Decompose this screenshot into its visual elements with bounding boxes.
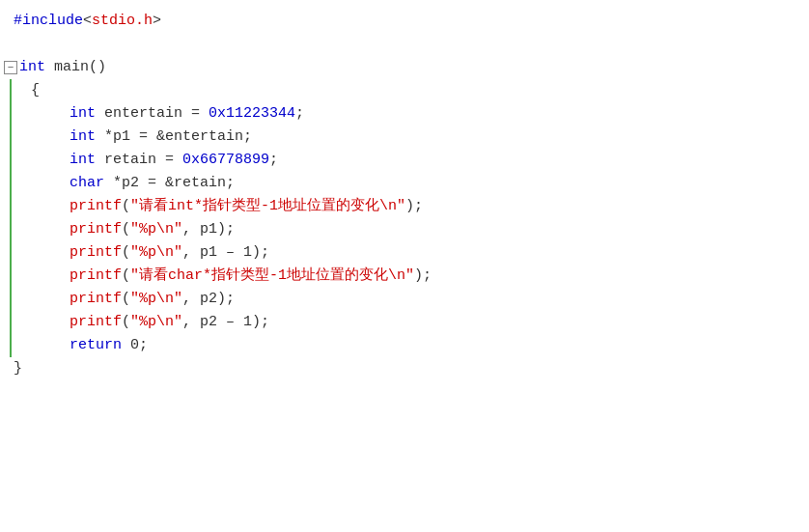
line-entertain: int entertain = 0x11223344 ; bbox=[10, 102, 809, 126]
line-printf-5: printf ( "%p\n" , p2); bbox=[10, 288, 809, 311]
str-4: "请看char*指针类型-1地址位置的变化\n" bbox=[130, 265, 414, 288]
str-2: "%p\n" bbox=[130, 218, 182, 241]
collapse-icon[interactable]: − bbox=[4, 61, 17, 74]
str-5: "%p\n" bbox=[130, 288, 182, 311]
fn-printf4: printf bbox=[70, 265, 122, 288]
line-open-brace: { bbox=[10, 79, 809, 102]
code-editor: #include<stdio.h> − int main() { int ent… bbox=[0, 0, 809, 532]
kw-int3: int bbox=[70, 149, 96, 172]
str-3: "%p\n" bbox=[130, 241, 182, 265]
str-6: "%p\n" bbox=[130, 311, 182, 334]
kw-char: char bbox=[70, 172, 104, 195]
line-p1: int *p1 = &entertain; bbox=[10, 126, 809, 149]
kw-return: return bbox=[70, 334, 122, 357]
fn-printf1: printf bbox=[70, 195, 122, 218]
hex-value2: 0x66778899 bbox=[182, 149, 269, 172]
fn-printf3: printf bbox=[70, 241, 122, 265]
open-brace: { bbox=[31, 79, 40, 102]
line-blank bbox=[0, 33, 809, 56]
line-main-decl: − int main() bbox=[0, 56, 809, 79]
fn-printf2: printf bbox=[70, 218, 122, 241]
line-include: #include<stdio.h> bbox=[0, 10, 809, 33]
kw-int: int bbox=[70, 102, 96, 126]
line-printf-2: printf ( "%p\n" , p1); bbox=[10, 218, 809, 241]
line-close-brace: } bbox=[0, 357, 809, 380]
kw-int2: int bbox=[70, 126, 96, 149]
line-printf-4: printf ( "请看char*指针类型-1地址位置的变化\n" ); bbox=[10, 265, 809, 288]
hex-value: 0x11223344 bbox=[209, 102, 295, 126]
close-brace: } bbox=[14, 357, 22, 380]
fn-printf5: printf bbox=[70, 288, 122, 311]
preprocessor-include: #include bbox=[14, 10, 83, 33]
include-file: stdio.h bbox=[92, 10, 153, 33]
line-printf-1: printf ( "请看int*指针类型-1地址位置的变化\n" ); bbox=[10, 195, 809, 218]
keyword-int: int bbox=[19, 56, 45, 79]
line-return: return 0; bbox=[10, 334, 809, 357]
line-printf-3: printf ( "%p\n" , p1 – 1); bbox=[10, 241, 809, 265]
line-retain: int retain = 0x66778899 ; bbox=[10, 149, 809, 172]
main-function: main() bbox=[45, 56, 106, 79]
line-p2: char *p2 = &retain; bbox=[10, 172, 809, 195]
str-1: "请看int*指针类型-1地址位置的变化\n" bbox=[130, 195, 405, 218]
line-printf-6: printf ( "%p\n" , p2 – 1); bbox=[10, 311, 809, 334]
fn-printf6: printf bbox=[70, 311, 122, 334]
